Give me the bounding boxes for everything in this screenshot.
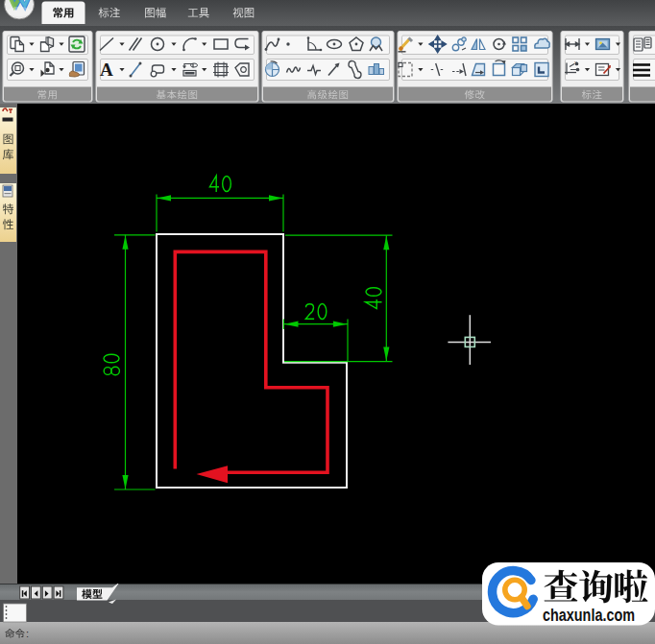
- svg-text:chaxunla.com: chaxunla.com: [543, 606, 635, 625]
- svg-text::: :: [26, 628, 29, 639]
